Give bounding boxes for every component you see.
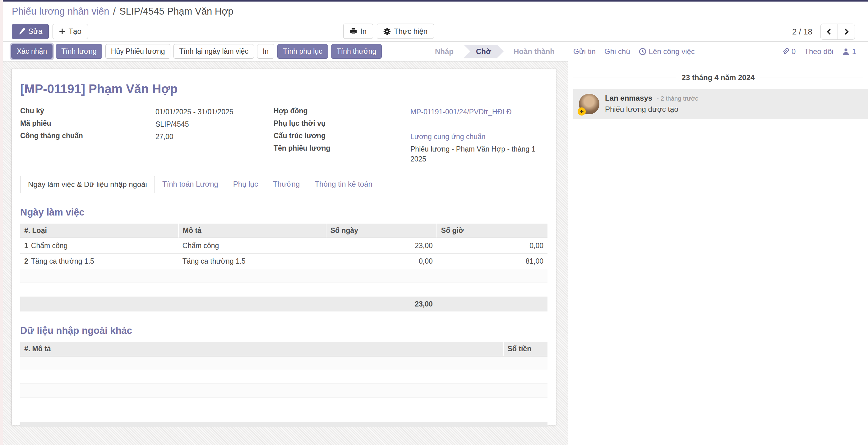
salary-structure-link[interactable]: Lương cung ứng chuẩn xyxy=(410,130,548,142)
field-standard-days: Công tháng chuẩn 27,00 xyxy=(20,130,274,142)
gear-icon xyxy=(383,28,391,35)
other-inputs-footer-bar xyxy=(20,422,548,427)
breadcrumb-parent-link[interactable]: Phiếu lương nhân viên xyxy=(12,6,109,17)
plane-badge-icon: ✈ xyxy=(578,107,586,115)
left-edge-strip xyxy=(0,0,3,445)
tab-appendix[interactable]: Phụ lục xyxy=(226,176,266,193)
field-slip-code: Mã phiếu SLIP/4545 xyxy=(20,117,274,130)
field-salary-structure: Cấu trúc lương Lương cung ứng chuẩn xyxy=(274,130,548,142)
breadcrumb: Phiếu lương nhân viên / SLIP/4545 Phạm V… xyxy=(0,2,868,22)
tab-worked-days[interactable]: Ngày làm việc & Dữ liệu nhập ngoài xyxy=(20,176,155,193)
row-index: 1 xyxy=(24,242,28,250)
column-header-type[interactable]: #. Loại xyxy=(20,224,179,238)
field-grid: Chu kỳ 01/01/2025 - 31/01/2025 Mã phiếu … xyxy=(20,105,548,164)
tab-bonus[interactable]: Thưởng xyxy=(266,176,307,193)
cancel-payslip-button[interactable]: Hủy Phiếu lương xyxy=(105,44,171,59)
action-button-label: Thực hiện xyxy=(394,27,428,36)
schedule-activity-button[interactable]: Lên công việc xyxy=(639,47,695,56)
field-value xyxy=(410,117,548,119)
cell-hours: 81,00 xyxy=(437,254,548,269)
edit-button[interactable]: Sửa xyxy=(12,24,49,39)
field-payslip-name: Tên phiếu lương Phiếu lương - Phạm Văn H… xyxy=(274,142,548,164)
field-column-right: Hợp đồng MP-01191-001/24/PVDtr_HĐLĐ Phụ … xyxy=(274,105,548,164)
field-value: Phiếu lương - Phạm Văn Hợp - tháng 1 202… xyxy=(410,142,548,164)
message-body: Phiếu lương được tạo xyxy=(605,105,698,114)
pager-next-button[interactable] xyxy=(838,24,855,40)
form-background: [MP-01191] Phạm Văn Hợp Chu kỳ 01/01/202… xyxy=(0,62,568,445)
followers-button[interactable]: 1 xyxy=(842,47,856,56)
divider-line xyxy=(760,78,863,78)
column-header-description[interactable]: Mô tả xyxy=(179,224,326,238)
attachments-button[interactable]: 0 xyxy=(782,47,796,56)
cell-hours: 0,00 xyxy=(437,238,548,254)
create-button-label: Tạo xyxy=(68,27,81,36)
compute-bonus-button[interactable]: Tính thưởng xyxy=(331,44,382,59)
avatar: ✈ xyxy=(579,94,599,114)
column-header-amount[interactable]: Số tiền xyxy=(503,342,548,356)
contract-link[interactable]: MP-01191-001/24/PVDtr_HĐLĐ xyxy=(410,105,548,117)
table-row[interactable]: 2Tăng ca thường 1.5 Tăng ca thường 1.5 0… xyxy=(20,254,548,269)
confirm-button[interactable]: Xác nhận xyxy=(11,44,53,59)
field-label: Tên phiếu lương xyxy=(274,142,410,152)
edit-button-label: Sửa xyxy=(28,27,42,36)
follower-count: 1 xyxy=(852,47,856,56)
state-draft[interactable]: Nháp xyxy=(425,45,464,58)
log-note-button[interactable]: Ghi chú xyxy=(604,47,630,56)
center-toolbar-buttons: In Thực hiện xyxy=(343,24,434,39)
action-button[interactable]: Thực hiện xyxy=(377,24,434,39)
field-label: Công tháng chuẩn xyxy=(20,130,155,140)
schedule-activity-label: Lên công việc xyxy=(649,47,695,56)
chevron-right-icon xyxy=(843,28,850,35)
cell-days: 0,00 xyxy=(326,254,437,269)
empty-table-row xyxy=(20,356,548,370)
print-button-label: In xyxy=(360,27,367,36)
send-message-button[interactable]: Gửi tin xyxy=(573,47,596,56)
field-label: Chu kỳ xyxy=(20,105,155,115)
field-label: Cấu trúc lương xyxy=(274,130,410,140)
other-inputs-table: #. Mô tả Số tiền xyxy=(20,342,548,411)
clock-icon xyxy=(639,48,646,55)
notebook-tabs: Ngày làm việc & Dữ liệu nhập ngoài Tính … xyxy=(20,176,548,193)
cell-type: Tăng ca thường 1.5 xyxy=(31,257,94,265)
pager: 2 / 18 xyxy=(792,24,855,40)
empty-table-row xyxy=(20,269,548,283)
compute-appendix-button[interactable]: Tính phụ lục xyxy=(277,44,328,59)
print-small-button[interactable]: In xyxy=(257,44,274,59)
pencil-icon xyxy=(18,28,25,35)
tab-salary-computation[interactable]: Tính toán Lương xyxy=(155,176,226,193)
column-header-days[interactable]: Số ngày xyxy=(326,224,437,238)
message-timestamp: - 2 tháng trước xyxy=(657,95,698,102)
message-author[interactable]: Lan enmasys xyxy=(605,94,652,102)
worked-days-header-row: #. Loại Mô tả Số ngày Số giờ xyxy=(20,224,548,238)
message-item[interactable]: ✈ Lan enmasys - 2 tháng trước Phiếu lươn… xyxy=(573,89,868,119)
create-button[interactable]: Tạo xyxy=(53,24,88,39)
recompute-worked-days-button[interactable]: Tính lại ngày làm việc xyxy=(174,44,254,59)
column-header-description[interactable]: #. Mô tả xyxy=(20,342,503,356)
field-value: SLIP/4545 xyxy=(155,117,274,129)
tab-accounting-info[interactable]: Thông tin kế toán xyxy=(307,176,380,193)
field-label: Hợp đồng xyxy=(274,105,410,115)
table-row[interactable]: 1Chấm công Chấm công 23,00 0,00 xyxy=(20,238,548,254)
follow-button[interactable]: Theo dõi xyxy=(804,47,833,56)
field-label: Mã phiếu xyxy=(20,117,155,128)
other-inputs-header-row: #. Mô tả Số tiền xyxy=(20,342,548,356)
statusbar-row: Xác nhận Tính lương Hủy Phiếu lương Tính… xyxy=(0,42,568,62)
payslip-sheet: [MP-01191] Phạm Văn Hợp Chu kỳ 01/01/202… xyxy=(11,69,556,425)
worked-days-table: #. Loại Mô tả Số ngày Số giờ 1Chấm công … xyxy=(20,224,548,283)
row-index: 2 xyxy=(24,257,28,265)
person-icon xyxy=(842,48,850,55)
cell-description: Tăng ca thường 1.5 xyxy=(179,254,326,269)
message-content: Lan enmasys - 2 tháng trước Phiếu lương … xyxy=(605,94,698,114)
worked-days-total-row: 23,00 xyxy=(20,297,548,311)
compute-salary-button[interactable]: Tính lương xyxy=(56,44,102,59)
print-button[interactable]: In xyxy=(343,24,373,39)
state-done[interactable]: Hoàn thành xyxy=(504,45,565,58)
attachment-count: 0 xyxy=(792,47,796,56)
worked-days-heading: Ngày làm việc xyxy=(20,207,548,218)
column-header-hours[interactable]: Số giờ xyxy=(437,224,548,238)
pager-previous-button[interactable] xyxy=(820,24,838,40)
pager-counter: 2 / 18 xyxy=(792,27,812,37)
state-waiting[interactable]: Chờ xyxy=(464,45,504,58)
paperclip-icon xyxy=(782,48,789,55)
form-region: Xác nhận Tính lương Hủy Phiếu lương Tính… xyxy=(0,42,568,445)
